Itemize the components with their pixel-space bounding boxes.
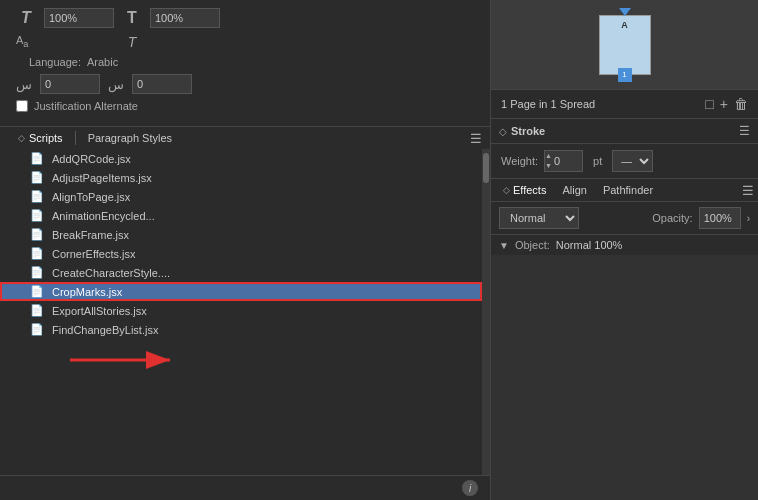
justification-label: Justification Alternate [34,100,138,112]
script-item-4[interactable]: 📄BreakFrame.jsx [0,225,482,244]
text-scale-h-icon: T [122,9,142,27]
thumb-triangle [619,8,631,16]
scripts-tab[interactable]: ◇ Scripts [8,127,73,149]
stroke-weight-input-wrap: ▲ ▼ [544,150,583,172]
info-bar: i [0,475,490,500]
stroke-weight-input[interactable] [552,155,582,167]
stroke-controls: Weight: ▲ ▼ pt — [491,144,758,179]
script-item-9[interactable]: 📄FindChangeByList.jsx [0,320,482,339]
object-bar: ▼ Object: Normal 100% [491,235,758,255]
script-file-icon: 📄 [30,323,46,336]
italic-t-icon: T [122,34,142,50]
script-name-label: CropMarks.jsx [52,286,122,298]
effects-tab-label: Effects [513,184,546,196]
scripts-tab-arrow: ◇ [18,133,25,143]
add-page-button[interactable]: + [720,96,728,112]
script-file-icon: 📄 [30,171,46,184]
pathfinder-tab[interactable]: Pathfinder [595,179,661,201]
stroke-unit: pt [593,155,602,167]
pathfinder-tab-label: Pathfinder [603,184,653,196]
tab-menu-icon[interactable]: ☰ [470,131,482,146]
page-thumb-label: A [621,20,628,30]
stroke-type-dropdown[interactable]: — [612,150,653,172]
script-file-icon: 📄 [30,247,46,260]
horizontal-scale-input[interactable] [150,8,220,28]
script-item-6[interactable]: 📄CreateCharacterStyle.... [0,263,482,282]
arabic-num-icon-2: س [108,77,124,92]
justification-checkbox[interactable] [16,100,28,112]
page-thumb-number: 1 [618,68,632,82]
scripts-list: 📄AddQRCode.jsx📄AdjustPageItems.jsx📄Align… [0,149,482,475]
object-value: Normal 100% [556,239,623,251]
tab-divider [75,131,76,145]
language-label: Language: [16,56,81,68]
numeric-input-1[interactable] [40,74,100,94]
stroke-section-title: Stroke [511,125,545,137]
stroke-down-btn[interactable]: ▼ [545,161,552,171]
pages-actions: □ + 🗑 [705,96,748,112]
language-value: Arabic [87,56,118,68]
object-expand-icon[interactable]: ▼ [499,240,509,251]
effects-controls: Normal Opacity: 100% › [491,202,758,235]
script-item-2[interactable]: 📄AlignToPage.jsx [0,187,482,206]
opacity-expand-arrow[interactable]: › [747,213,750,224]
text-scale-v-icon: T [16,9,36,27]
language-row: Language: Arabic [16,56,474,68]
stroke-menu-icon[interactable]: ☰ [739,124,750,138]
align-tab[interactable]: Align [554,179,594,201]
effects-tab-arrow: ◇ [503,185,510,195]
stroke-collapse-arrow[interactable]: ◇ [499,126,507,137]
effects-tab[interactable]: ◇ Effects [495,179,554,201]
script-file-icon: 📄 [30,209,46,222]
script-file-icon: 📄 [30,190,46,203]
scripts-tab-label: Scripts [29,132,63,144]
script-item-1[interactable]: 📄AdjustPageItems.jsx [0,168,482,187]
char-row-2: Aa T [16,34,474,50]
effects-tabs-bar: ◇ Effects Align Pathfinder ☰ [491,179,758,202]
align-tab-label: Align [562,184,586,196]
copy-page-button[interactable]: □ [705,96,713,112]
char-controls: T T Aa T Language: Arabic س س Justificat… [0,8,490,126]
script-item-5[interactable]: 📄CornerEffects.jsx [0,244,482,263]
script-name-label: AddQRCode.jsx [52,153,131,165]
script-file-icon: 📄 [30,304,46,317]
script-item-3[interactable]: 📄AnimationEncycled... [0,206,482,225]
opacity-label: Opacity: [652,212,692,224]
left-panel: T T Aa T Language: Arabic س س Justificat… [0,0,490,500]
script-file-icon: 📄 [30,285,46,298]
paragraph-styles-tab[interactable]: Paragraph Styles [78,127,182,149]
pages-count-text: 1 Page in 1 Spread [501,98,595,110]
justification-row: Justification Alternate [16,100,474,112]
blend-mode-dropdown[interactable]: Normal [499,207,579,229]
script-item-8[interactable]: 📄ExportAllStories.jsx [0,301,482,320]
stroke-up-btn[interactable]: ▲ [545,151,552,161]
paragraph-styles-label: Paragraph Styles [88,132,172,144]
baseline-icon: Aa [16,34,36,49]
delete-page-button[interactable]: 🗑 [734,96,748,112]
script-file-icon: 📄 [30,228,46,241]
info-icon[interactable]: i [462,480,478,496]
effects-menu-icon[interactable]: ☰ [742,183,754,198]
stroke-section-header: ◇ Stroke ☰ [491,119,758,144]
right-panel: A 1 1 Page in 1 Spread □ + 🗑 ◇ Stroke ☰ … [490,0,758,500]
numeric-row: س س [16,74,474,94]
script-item-7[interactable]: 📄CropMarks.jsx [0,282,482,301]
page-thumbnail[interactable]: A 1 [599,15,651,75]
opacity-value: 100% [699,207,741,229]
preview-area: A 1 [491,0,758,90]
numeric-input-2[interactable] [132,74,192,94]
scripts-tabs-bar: ◇ Scripts Paragraph Styles ☰ [0,126,490,149]
script-name-label: AdjustPageItems.jsx [52,172,152,184]
script-name-label: AnimationEncycled... [52,210,155,222]
pages-info-bar: 1 Page in 1 Spread □ + 🗑 [491,90,758,119]
script-name-label: AlignToPage.jsx [52,191,130,203]
script-name-label: CreateCharacterStyle.... [52,267,170,279]
script-file-icon: 📄 [30,266,46,279]
script-file-icon: 📄 [30,152,46,165]
script-name-label: CornerEffects.jsx [52,248,136,260]
script-name-label: FindChangeByList.jsx [52,324,158,336]
script-item-0[interactable]: 📄AddQRCode.jsx [0,149,482,168]
vertical-scale-input[interactable] [44,8,114,28]
script-name-label: BreakFrame.jsx [52,229,129,241]
stroke-weight-label: Weight: [501,155,538,167]
